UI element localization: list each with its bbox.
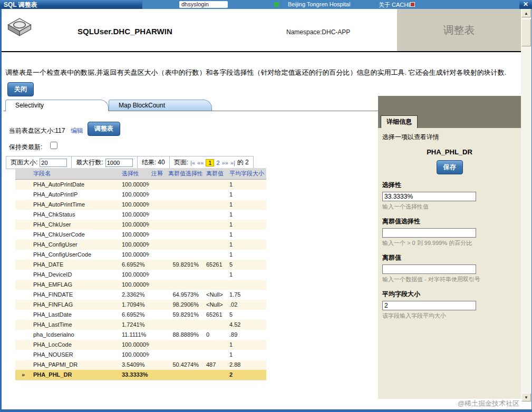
tab-detail-info[interactable]: 详细信息 <box>381 115 418 128</box>
selectivity-cell: 3.5409% <box>120 360 149 370</box>
vertical-scrollbar[interactable]: ▲ ▼ <box>521 9 531 401</box>
table-row[interactable]: PHA_AutoPrintDate 100.0000% 1 <box>15 180 266 190</box>
outlier-selectivity-cell: 50.4274% <box>166 360 204 370</box>
dialog-titlebar: SQL 调整表 dhsyslogin Beijing Tongren Hospi… <box>0 0 532 9</box>
table-row[interactable]: PHA_DeviceID 100.0000% 1 <box>15 270 266 280</box>
notes-header[interactable]: 注释 <box>149 168 166 180</box>
max-rows-cell: 最大行数: <box>72 156 137 169</box>
avg-size-label: 平均字段大小 <box>382 290 517 299</box>
table-row[interactable]: PHA_AutoPrintTime 100.0000% 1 <box>15 200 266 210</box>
notes-cell <box>149 340 166 350</box>
outlier-input[interactable] <box>382 264 476 274</box>
notes-cell <box>149 260 166 270</box>
table-row[interactable]: PHA_LocCode 100.0000% 1 <box>15 340 266 350</box>
tab-map-blockcount[interactable]: Map BlockCount <box>109 100 212 111</box>
notes-cell <box>149 190 166 200</box>
outlier-selectivity-cell <box>166 180 204 190</box>
table-row[interactable]: PHA_FINDATE 2.3362% 64.9573% <Null> 1.75 <box>15 290 266 300</box>
page-size-input[interactable] <box>40 159 67 167</box>
page-size-label: 页面大小: <box>11 158 37 167</box>
selectivity-input[interactable] <box>382 192 476 201</box>
selectivity-cell: 100.0000% <box>120 210 149 220</box>
tune-table-button[interactable]: 调整表 <box>88 122 120 136</box>
first-page-button[interactable]: |« <box>190 160 195 166</box>
table-row[interactable]: » PHA_PHL_DR 33.3333% 2 <box>15 370 266 380</box>
outlier-selectivity-cell <box>166 200 204 210</box>
table-row[interactable]: PHA_EMFLAG 100.0000% <box>15 280 266 290</box>
outlier-selectivity-header[interactable]: 离群值选择性 <box>166 168 204 180</box>
edit-link[interactable]: 编辑 <box>71 126 83 135</box>
outlier-cell <box>204 320 227 330</box>
avg-size-cell: 1.75 <box>227 290 266 300</box>
outlier-cell: 0 <box>204 330 227 340</box>
selectivity-label: 选择性 <box>382 181 517 190</box>
results-label: 结果: 40 <box>142 158 165 167</box>
next-page-button[interactable]: »» <box>222 160 228 166</box>
keep-class-checkbox[interactable] <box>50 142 57 149</box>
screen: SQL 调整表 dhsyslogin Beijing Tongren Hospi… <box>0 0 532 412</box>
notes-cell <box>149 180 166 190</box>
row-selector-cell <box>15 260 31 270</box>
table-row[interactable]: pha_Icdserialno 11.1111% 88.8889% 0 .89 <box>15 330 266 340</box>
table-row[interactable]: PHA_AutoPrintIP 100.0000% 1 <box>15 190 266 200</box>
page-label: 页面: <box>174 158 188 167</box>
outlier-cell <box>204 210 227 220</box>
selectivity-cell: 33.3333% <box>120 370 149 380</box>
outlier-header[interactable]: 离群值 <box>204 168 227 180</box>
row-selector-cell <box>15 350 31 360</box>
table-row[interactable]: PHA_ChkUserCode 100.0000% 1 <box>15 230 266 240</box>
outlier-cell <box>204 350 227 360</box>
outlier-selectivity-input[interactable] <box>382 228 476 238</box>
avg-size-cell: 2.88 <box>227 360 266 370</box>
table-row[interactable]: PHA_LastTime 1.7241% 4.52 <box>15 320 266 330</box>
close-icon[interactable]: ✕ <box>523 1 528 8</box>
table-row[interactable]: PHA_ChkUser 100.0000% 1 <box>15 220 266 230</box>
save-button[interactable]: 保存 <box>437 160 463 174</box>
scroll-up-icon[interactable]: ▲ <box>521 9 531 17</box>
prev-page-button[interactable]: «« <box>197 160 204 166</box>
field-table: 字段名 选择性 注释 离群值选择性 离群值 平均字段大小 PHA_AutoPri… <box>15 168 266 380</box>
field-name-cell: PHA_AutoPrintIP <box>31 190 120 200</box>
max-rows-input[interactable] <box>105 159 133 167</box>
row-selector-cell <box>15 340 31 350</box>
table-row[interactable]: PHA_FINFLAG 1.7094% 98.2906% <Null> .02 <box>15 300 266 310</box>
field-name-cell: PHA_LastTime <box>31 320 120 330</box>
namespace-label: Namespace:DHC-APP <box>286 28 350 36</box>
last-page-button[interactable]: »| <box>230 160 235 166</box>
notes-cell <box>149 200 166 210</box>
scroll-down-icon[interactable]: ▼ <box>521 393 531 401</box>
field-name-header[interactable]: 字段名 <box>31 168 120 180</box>
field-table-body: PHA_AutoPrintDate 100.0000% 1 PHA_AutoPr… <box>15 180 266 380</box>
selectivity-cell: 6.6952% <box>120 310 149 320</box>
row-selector-cell <box>15 240 31 250</box>
outlier-cell <box>204 180 227 190</box>
avg-size-field-group: 平均字段大小 该字段输入字段平均大小 <box>382 290 517 320</box>
row-selector-cell <box>15 220 31 230</box>
table-row[interactable]: PHA_LastDate 6.6952% 59.8291% 65261 5 <box>15 310 266 320</box>
avg-size-input[interactable] <box>382 301 476 310</box>
table-row[interactable]: PHA_NOUSER 100.0000% 1 <box>15 350 266 360</box>
selectivity-cell: 1.7094% <box>120 300 149 310</box>
outlier-selectivity-cell <box>166 320 204 330</box>
row-selector-cell: » <box>15 370 31 380</box>
tune-table-dialog: SQLUser.DHC_PHARWIN Namespace:DHC-APP 调整… <box>2 9 521 409</box>
avg-size-header[interactable]: 平均字段大小 <box>227 168 266 180</box>
outlier-selectivity-cell <box>166 270 204 280</box>
table-row[interactable]: PHA_ConfigUser 100.0000% 1 <box>15 240 266 250</box>
dialog-title: SQL 调整表 <box>4 1 37 9</box>
tab-selectivity[interactable]: Selectivity <box>5 100 109 111</box>
scrollbar-thumb[interactable] <box>521 19 531 46</box>
selectivity-header[interactable]: 选择性 <box>120 168 149 180</box>
page-size-cell: 页面大小: <box>6 156 72 169</box>
close-button[interactable]: 关闭 <box>7 82 34 96</box>
outlier-label: 离群值 <box>382 253 517 262</box>
outlier-cell: 65261 <box>204 260 227 270</box>
table-row[interactable]: PHA_PAPMI_DR 3.5409% 50.4274% 487 2.88 <box>15 360 266 370</box>
table-row[interactable]: PHA_ChkStatus 100.0000% 1 <box>15 210 266 220</box>
table-row[interactable]: PHA_ConfigUserCode 100.0000% 1 <box>15 250 266 260</box>
page-2-link[interactable]: 2 <box>216 160 219 166</box>
notes-cell <box>149 370 166 380</box>
field-name-cell: PHA_FINFLAG <box>31 300 120 310</box>
table-row[interactable]: PHA_DATE 6.6952% 59.8291% 65261 5 <box>15 260 266 270</box>
row-selector-cell <box>15 290 31 300</box>
